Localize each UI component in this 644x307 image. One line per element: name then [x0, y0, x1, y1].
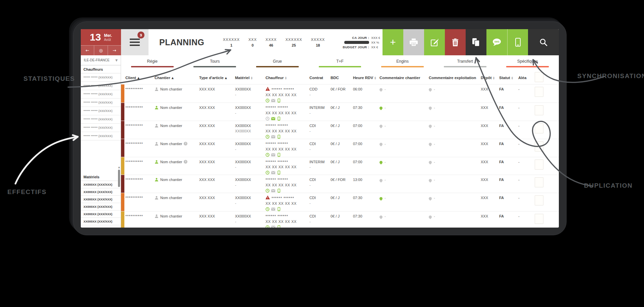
clock-icon[interactable] — [266, 189, 270, 193]
mobile-sync-button[interactable] — [507, 29, 528, 55]
tab-spécifiques[interactable]: Spécifiques — [496, 55, 559, 71]
search-button[interactable] — [528, 29, 559, 55]
column-header[interactable]: Chantier▲ — [155, 76, 198, 80]
add-button[interactable]: + — [383, 29, 403, 55]
mail-icon[interactable] — [271, 135, 275, 139]
chauffeur-item[interactable]: ****** ****** (XXX/XXX) — [81, 107, 121, 115]
chauffeur-item[interactable]: ****** ****** (XXX/XXX) — [81, 99, 121, 107]
table-row[interactable]: ********** Nom chantier i XXX XXX XX000X… — [121, 84, 559, 103]
menu-button[interactable]: 9 — [121, 29, 149, 55]
status-badge: FA — [499, 175, 517, 183]
mail-icon[interactable] — [271, 189, 275, 193]
table-row[interactable]: ********** Nom chantier i XXX XXX XX000X… — [121, 103, 559, 121]
print-button[interactable] — [403, 29, 424, 55]
mail-icon[interactable] — [271, 117, 275, 121]
row-checkbox[interactable] — [535, 87, 543, 97]
cell-chauffeur: ****** ****** XX XX XX XX XX — [266, 139, 308, 157]
column-header[interactable]: Statut▲▼ — [499, 76, 517, 80]
column-header[interactable]: Commentaire exploitation — [429, 76, 480, 80]
table-row[interactable]: ********** Nom chantier i XXX XXX XX000X… — [121, 175, 559, 193]
today-button[interactable]: ◎ — [94, 46, 107, 55]
materiel-item[interactable]: XX000XX (XXX/XXX) — [81, 218, 121, 225]
column-header[interactable]: Dépôt▲▼ — [481, 76, 498, 80]
edit-button[interactable] — [424, 29, 445, 55]
tab-tours[interactable]: Tours — [184, 55, 246, 71]
materiel-item[interactable]: XX000XX (XXX/XXX) — [81, 210, 121, 218]
sidebar-scrollbar[interactable] — [118, 170, 120, 187]
table-row[interactable]: ********** Nom chantier i XXX XXX XX000X… — [121, 139, 559, 157]
prev-day-button[interactable]: ← — [81, 46, 94, 55]
row-checkbox[interactable] — [535, 141, 543, 151]
mail-icon[interactable] — [271, 99, 275, 103]
row-checkbox[interactable] — [535, 177, 543, 187]
clock-icon[interactable] — [266, 171, 270, 175]
materiel-item[interactable]: XX000XX (XXX/XXX) — [81, 188, 121, 196]
mail-icon[interactable] — [271, 171, 275, 175]
mail-icon[interactable] — [271, 207, 275, 211]
mobile-icon[interactable] — [277, 153, 281, 157]
chauffeur-item[interactable]: ****** ****** (XXX/XXX) — [81, 132, 121, 140]
tab-grue[interactable]: Grue — [246, 55, 309, 71]
scroll-up-icon[interactable]: ▲ — [118, 166, 120, 169]
chauffeur-item[interactable]: ****** ****** (XXX/XXX) — [81, 73, 121, 82]
materiel-item[interactable]: XX000XX (XXX/XXX) — [81, 225, 121, 228]
column-header[interactable]: Contrat — [309, 76, 330, 80]
clock-icon[interactable] — [266, 99, 270, 103]
clock-icon[interactable] — [266, 153, 270, 157]
column-header[interactable]: Chauffeur▲▼ — [266, 76, 308, 80]
column-header[interactable]: Matériel▲▼ — [235, 76, 265, 80]
table-row[interactable]: ********** Nom chantier i XXX XXX XX000X… — [121, 157, 559, 175]
clock-icon[interactable] — [266, 225, 270, 228]
ca-jour-label: CA JOUR : — [352, 36, 369, 40]
sms-button[interactable]: SMS — [486, 29, 507, 55]
header-stat: XXXXXX25 — [285, 38, 302, 47]
mobile-icon[interactable] — [277, 189, 281, 193]
delete-button[interactable] — [445, 29, 466, 55]
mail-icon[interactable] — [271, 225, 275, 228]
tab-régie[interactable]: Régie — [121, 55, 184, 71]
mobile-icon[interactable] — [277, 207, 281, 211]
column-header[interactable]: Client▲ — [125, 76, 154, 80]
mobile-icon[interactable] — [277, 171, 281, 175]
chauffeur-item[interactable]: ****** ****** (XXX/XXX) — [81, 82, 121, 90]
row-checkbox[interactable] — [535, 123, 543, 133]
chauffeur-item[interactable]: ****** ****** (XXX/XXX) — [81, 124, 121, 132]
mobile-icon[interactable] — [277, 135, 281, 139]
next-day-button[interactable]: → — [108, 46, 121, 55]
row-checkbox[interactable] — [535, 214, 543, 224]
table-row[interactable]: ********** Nom chantier i XXX XXX XX000X… — [121, 211, 559, 228]
row-checkbox[interactable] — [535, 105, 543, 115]
duplicate-button[interactable] — [466, 29, 486, 55]
row-checkbox[interactable] — [535, 160, 543, 170]
cell-contrat: CDI- — [309, 139, 330, 152]
chauffeur-item[interactable]: ****** ****** (XXX/XXX) — [81, 115, 121, 124]
column-header[interactable]: BDC — [331, 76, 352, 80]
column-header[interactable]: Aléa — [518, 76, 534, 80]
materiel-item[interactable]: XX000XX (XXX/XXX) — [81, 203, 121, 210]
clock-icon[interactable] — [266, 207, 270, 211]
select-all-checkbox[interactable] — [535, 72, 543, 82]
mail-icon[interactable] — [271, 153, 275, 157]
materiel-item[interactable]: XX000XX (XXX/XXX) — [81, 196, 121, 203]
clock-icon[interactable] — [266, 117, 270, 121]
chauffeur-item[interactable]: ****** ****** (XXX/XXX) — [81, 90, 121, 99]
mobile-icon[interactable] — [277, 225, 281, 228]
clock-icon[interactable] — [266, 135, 270, 139]
column-header[interactable]: Type d'article▲ — [199, 76, 234, 80]
mobile-icon[interactable] — [277, 117, 281, 121]
stat-label: XXXX — [266, 38, 277, 42]
map-pin-icon — [379, 124, 383, 128]
table-row[interactable]: ********** Nom chantier i XXX XXX XX000X… — [121, 193, 559, 211]
mobile-icon[interactable] — [277, 99, 281, 103]
column-header[interactable]: Heure RDV▲▼ — [353, 76, 378, 80]
tab-t+f[interactable]: T+F — [309, 55, 371, 71]
cell-bdc: 0€ / J — [331, 103, 352, 111]
tab-transfert[interactable]: Transfert — [434, 55, 496, 71]
stat-label: XXXXXX — [223, 38, 240, 42]
region-dropdown[interactable]: ILE-DE-FRANCE ▼ — [81, 55, 121, 65]
materiel-item[interactable]: XX000XX (XXX/XXX) — [81, 181, 121, 188]
table-row[interactable]: ********** Nom chantier i XXX XXX XX000X… — [121, 121, 559, 139]
row-checkbox[interactable] — [535, 195, 543, 205]
tab-engins[interactable]: Engins — [371, 55, 434, 71]
column-header[interactable]: Commentaire chantier — [379, 76, 428, 80]
